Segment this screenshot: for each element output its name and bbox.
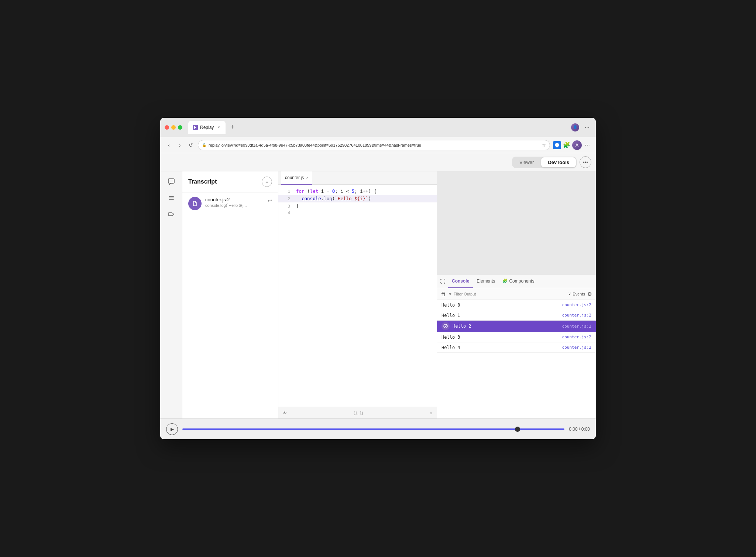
code-line-1: 1 for (let i = 0; i < 5; i++) { — [278, 188, 437, 195]
console-msg-3: Hello 3 — [441, 335, 562, 340]
minimize-button[interactable] — [171, 125, 176, 130]
viewer-devtools-toggle: Viewer DevTools — [512, 157, 577, 168]
address-bar: ‹ › ↺ 🔒 replay.io/view?id=e093df1a-4d5a-… — [160, 137, 596, 153]
left-sidebar — [160, 171, 182, 418]
extension-icons: 🧩 A ⋯ — [553, 140, 591, 150]
maximize-button[interactable] — [178, 125, 182, 130]
console-row-3[interactable]: Hello 3 counter.js:2 — [437, 332, 596, 342]
browser-window: Replay × + 👤 ⋯ ‹ › ↺ 🔒 replay.io/view?id… — [160, 118, 596, 439]
reload-button[interactable]: ↺ — [187, 141, 195, 149]
tab-console-label: Console — [452, 278, 469, 284]
transcript-header: Transcript ≡ — [182, 171, 278, 192]
console-row-1[interactable]: Hello 1 counter.js:2 — [437, 310, 596, 321]
console-toolbar: 🗑 ▼ Filter Output ∨ Events ⚙ — [437, 288, 596, 300]
sidebar-label-icon[interactable] — [165, 208, 177, 220]
timeline-bar: ▶ 0:00 / 0:00 — [160, 418, 596, 439]
console-tabs: ⛶ Console Elements 🧩 Components — [437, 275, 596, 288]
sidebar-list-icon[interactable] — [165, 192, 177, 204]
console-row-4[interactable]: Hello 4 counter.js:2 — [437, 342, 596, 353]
editor-chevron-icon[interactable]: » — [430, 411, 432, 415]
devtools-panel: ⛶ Console Elements 🧩 Components 🗑 — [437, 171, 596, 418]
transcript-menu-button[interactable]: ≡ — [262, 177, 272, 187]
console-row-0[interactable]: Hello 0 counter.js:2 — [437, 300, 596, 310]
timeline-thumb[interactable] — [515, 427, 520, 432]
console-active-badge — [441, 322, 450, 330]
editor-cursor-position: (1, 1) — [354, 411, 363, 415]
viewer-button[interactable]: Viewer — [513, 157, 541, 167]
editor-eye-icon[interactable]: 👁 — [283, 411, 287, 415]
events-toggle-button[interactable]: ∨ Events — [568, 291, 585, 296]
console-settings-button[interactable]: ⚙ — [587, 291, 592, 297]
console-link-3[interactable]: counter.js:2 — [562, 335, 591, 339]
filter-placeholder: Filter Output — [454, 292, 476, 296]
clear-console-button[interactable]: 🗑 — [441, 291, 446, 297]
editor-tab-bar: counter.js × — [278, 171, 437, 185]
active-tab[interactable]: Replay × — [188, 121, 226, 134]
timeline-track[interactable] — [182, 428, 564, 430]
console-row-2[interactable]: Hello 2 counter.js:2 — [437, 321, 596, 332]
console-link-0[interactable]: counter.js:2 — [562, 303, 591, 307]
transcript-item-content: counter.js:2 console.log(`Hello ${i... — [205, 197, 264, 208]
tab-elements-label: Elements — [477, 278, 495, 284]
svg-rect-1 — [168, 179, 174, 183]
tab-elements[interactable]: Elements — [473, 275, 499, 288]
events-chevron-icon: ∨ — [568, 291, 571, 296]
svg-marker-0 — [194, 126, 196, 129]
console-link-1[interactable]: counter.js:2 — [562, 313, 591, 318]
code-line-3: 3 } — [278, 202, 437, 210]
devtools-button[interactable]: DevTools — [541, 157, 576, 167]
transcript-item-arrow-icon: ↩ — [268, 198, 272, 204]
user-avatar[interactable]: 👤 — [571, 123, 579, 131]
new-tab-button[interactable]: + — [227, 122, 237, 133]
browser-menu-button[interactable]: ⋯ — [583, 141, 591, 149]
forward-button[interactable]: › — [176, 141, 184, 149]
code-line-4: 4 — [278, 210, 437, 216]
tab-bar: Replay × + — [188, 121, 568, 134]
editor-footer: 👁 (1, 1) » — [278, 407, 437, 418]
traffic-lights — [165, 125, 182, 130]
bookmark-icon[interactable]: ☆ — [542, 143, 546, 148]
console-msg-0: Hello 0 — [441, 303, 562, 308]
profile-menu-icon[interactable]: 👤 — [571, 123, 580, 132]
code-content-area: 1 for (let i = 0; i < 5; i++) { 2 consol… — [278, 185, 437, 407]
console-msg-2: Hello 2 — [453, 324, 562, 329]
url-text: replay.io/view?id=e093df1a-4d5a-4fb8-9e4… — [209, 143, 540, 147]
play-button[interactable]: ▶ — [166, 423, 178, 435]
back-button[interactable]: ‹ — [165, 141, 173, 149]
url-bar[interactable]: 🔒 replay.io/view?id=e093df1a-4d5a-4fb8-9… — [198, 140, 550, 150]
code-line-2: 2 console.log(`Hello ${i}`) — [278, 195, 437, 202]
sidebar-chat-icon[interactable] — [165, 176, 177, 188]
devtools-console: ⛶ Console Elements 🧩 Components 🗑 — [437, 275, 596, 418]
viewer-area — [437, 171, 596, 275]
tab-close-button[interactable]: × — [216, 125, 221, 130]
lock-icon: 🔒 — [202, 143, 206, 147]
tab-components[interactable]: 🧩 Components — [499, 275, 538, 288]
extension-shield-icon[interactable] — [553, 141, 561, 149]
console-link-2[interactable]: counter.js:2 — [562, 324, 591, 329]
components-tab-icon: 🧩 — [502, 278, 508, 283]
events-label: Events — [573, 292, 585, 296]
console-link-4[interactable]: counter.js:2 — [562, 345, 591, 350]
close-button[interactable] — [165, 125, 169, 130]
devtools-panel-icon: ⛶ — [440, 278, 445, 284]
editor-tab-counter-js[interactable]: counter.js × — [281, 171, 312, 185]
filter-output-area: ▼ Filter Output — [448, 292, 566, 296]
transcript-item[interactable]: counter.js:2 console.log(`Hello ${i... ↩ — [182, 192, 278, 215]
account-avatar[interactable]: A — [572, 140, 582, 150]
editor-tab-close-icon[interactable]: × — [306, 175, 308, 180]
console-msg-4: Hello 4 — [441, 345, 562, 350]
extension-puzzle-icon[interactable]: 🧩 — [563, 141, 571, 149]
svg-rect-3 — [169, 198, 174, 198]
transcript-file-icon — [188, 197, 202, 210]
svg-rect-2 — [169, 196, 174, 197]
console-log-area: Hello 0 counter.js:2 Hello 1 counter.js:… — [437, 300, 596, 418]
devtools-more-button[interactable]: ••• — [580, 156, 591, 168]
browser-more-icon[interactable]: ⋯ — [583, 123, 591, 132]
tab-console[interactable]: Console — [448, 275, 473, 288]
main-content: Transcript ≡ counter.js:2 console.log(`H… — [160, 171, 596, 418]
svg-rect-4 — [169, 199, 174, 200]
transcript-item-title: counter.js:2 — [205, 197, 264, 202]
transcript-item-subtitle: console.log(`Hello ${i... — [205, 203, 264, 208]
code-editor: counter.js × 1 for (let i = 0; i < 5; i+… — [278, 171, 437, 418]
tab-components-label: Components — [509, 278, 534, 284]
